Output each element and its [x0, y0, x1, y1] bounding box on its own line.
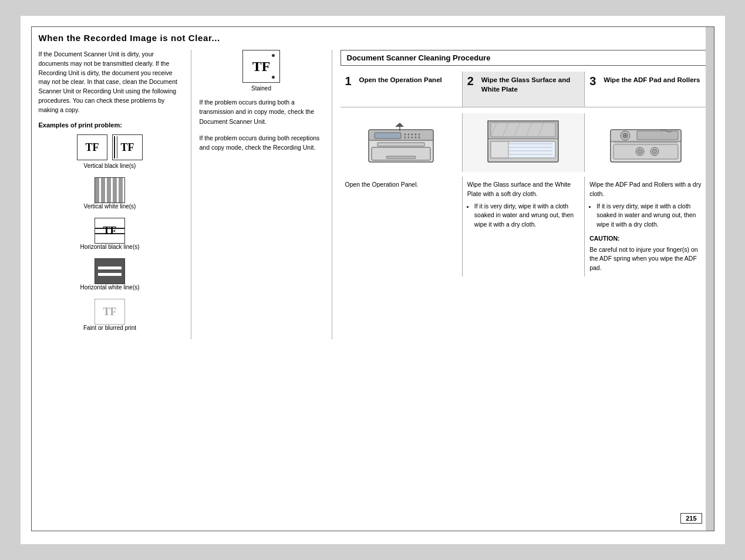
steps-header-row: 1 Open the Operation Panel 2 Wipe the Gl… [341, 72, 707, 107]
stained-label: Stained [251, 85, 271, 92]
step-1-content: Open the Operation Panel. [341, 177, 463, 276]
stained-section: TF Stained [200, 50, 323, 92]
tf-faint: TF [95, 299, 125, 325]
svg-point-8 [412, 136, 413, 138]
caution-title: CAUTION: [589, 234, 702, 244]
step-3-number: 3 [589, 75, 600, 87]
tf-horizontal-black: TF [95, 218, 125, 244]
step-content-row: Open the Operation Panel. Wipe the Glass… [341, 177, 707, 276]
step-2-content: Wipe the Glass surface and the White Pla… [463, 177, 585, 276]
step-3-image [585, 113, 706, 172]
step-1-header: 1 Open the Operation Panel [341, 72, 463, 107]
svg-point-42 [652, 149, 656, 153]
left-intro: If the Document Scanner Unit is dirty, y… [39, 50, 181, 114]
tf-sample-vertical-lines: TF [112, 134, 143, 160]
label-vertical-white: Vertical white line(s) [84, 203, 136, 210]
step-2-bullet: If it is very dirty, wipe it with a clot… [474, 202, 579, 230]
svg-rect-2 [375, 133, 401, 139]
svg-rect-38 [613, 144, 678, 159]
cleaning-title: Document Scanner Cleaning Procedure [341, 50, 707, 66]
example-vertical-white: Vertical white line(s) [39, 177, 181, 210]
fax-machine-svg [363, 118, 439, 168]
svg-point-10 [419, 133, 420, 135]
step-2-image [463, 113, 585, 172]
svg-point-40 [638, 149, 642, 153]
step-3-content: Wipe the ADF Pad and Rollers with a dry … [585, 177, 706, 276]
example-horizontal-black: TF Horizontal black line(s) [39, 218, 181, 250]
svg-rect-13 [377, 143, 424, 146]
tf-sample-normal: TF [77, 134, 107, 160]
middle-panel: TF Stained If the problem occurs during … [191, 50, 332, 339]
step-3-header: 3 Wipe the ADF Pad and Rollers [585, 72, 706, 107]
middle-text1: If the problem occurs during both a tran… [200, 97, 323, 152]
horizontal-white-box [95, 258, 125, 284]
page-number: 215 [680, 513, 702, 524]
svg-point-9 [415, 133, 417, 135]
step-images-row [341, 113, 707, 172]
scrollbar[interactable] [706, 27, 714, 531]
example-vertical-black: TF TF Vertical black line(s) [39, 134, 181, 169]
step-1-caption: Open the Operation Panel. [345, 181, 419, 188]
svg-rect-24 [491, 141, 508, 158]
example-faint: TF Faint or blurred print [39, 299, 181, 331]
tf-stained: TF [242, 50, 280, 83]
main-title: When the Recorded Image is not Clear... [39, 33, 707, 43]
step-2-caption: Wipe the Glass surface and the White Pla… [467, 181, 571, 197]
label-horizontal-white: Horizontal white line(s) [80, 284, 139, 291]
step-3-caption: Wipe the ADF Pad and Rollers with a dry … [589, 181, 701, 197]
page: When the Recorded Image is not Clear... … [21, 16, 725, 544]
caution-text: Be careful not to injure your finger(s) … [589, 245, 702, 273]
label-faint: Faint or blurred print [83, 325, 136, 331]
svg-rect-25 [491, 123, 555, 137]
svg-rect-36 [637, 131, 678, 140]
label-horizontal-black: Horizontal black line(s) [80, 244, 139, 250]
svg-point-11 [415, 136, 417, 138]
outer-box: When the Recorded Image is not Clear... … [31, 26, 714, 531]
right-panel: Document Scanner Cleaning Procedure 1 Op… [332, 50, 707, 339]
svg-point-4 [408, 133, 410, 135]
svg-point-3 [404, 133, 406, 135]
svg-point-35 [624, 134, 626, 136]
examples-title: Examples of print problem: [39, 122, 181, 129]
left-panel: If the Document Scanner Unit is dirty, y… [39, 50, 191, 339]
svg-point-5 [412, 133, 413, 135]
step-3-bullet: If it is very dirty, wipe it with a clot… [596, 202, 702, 230]
step-1-image [341, 113, 463, 172]
step-2-header: 2 Wipe the Glass Surface and White Plate [463, 72, 585, 107]
step-2-title: Wipe the Glass Surface and White Plate [481, 75, 579, 94]
svg-point-7 [408, 136, 410, 138]
svg-rect-15 [386, 156, 416, 158]
label-vertical-black: Vertical black line(s) [84, 163, 136, 169]
svg-point-6 [404, 136, 406, 138]
scanner-svg [485, 118, 561, 168]
step-2-number: 2 [467, 75, 478, 87]
step-3-title: Wipe the ADF Pad and Rollers [604, 75, 700, 85]
step-1-title: Open the Operation Panel [359, 75, 442, 85]
svg-point-12 [419, 136, 420, 138]
vertical-white-box [95, 177, 125, 203]
content-area: If the Document Scanner Unit is dirty, y… [39, 50, 707, 339]
example-horizontal-white: Horizontal white line(s) [39, 258, 181, 291]
adf-svg [608, 118, 684, 168]
step-1-number: 1 [345, 75, 356, 87]
